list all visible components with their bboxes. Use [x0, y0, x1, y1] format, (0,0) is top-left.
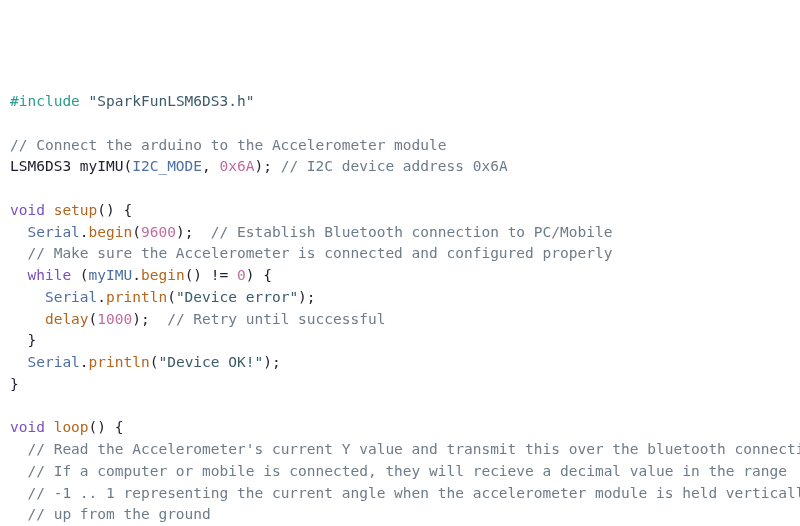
keyword: while [27, 267, 71, 283]
code-line: // Connect the arduino to the Accelerome… [10, 135, 790, 157]
number-literal: 0 [237, 267, 246, 283]
comment: // Connect the arduino to the Accelerome… [10, 137, 447, 153]
code-line: Serial.begin(9600); // Establish Bluetoo… [10, 222, 790, 244]
blank-line [10, 178, 790, 200]
function-name: begin [141, 267, 185, 283]
function-name: loop [54, 419, 89, 435]
string-literal: "Device error" [176, 289, 298, 305]
code-line: Serial.println("Device error"); [10, 287, 790, 309]
comment: // Read the Accelerometer's current Y va… [27, 441, 800, 457]
code-line: // If a computer or mobile is connected,… [10, 461, 790, 483]
code-line: delay(1000); // Retry until successful [10, 309, 790, 331]
code-line: void loop() { [10, 417, 790, 439]
identifier: I2C_MODE [132, 158, 202, 174]
identifier: myIMU [89, 267, 133, 283]
code-line: } [10, 330, 790, 352]
function-name: println [106, 289, 167, 305]
code-line: LSM6DS3 myIMU(I2C_MODE, 0x6A); // I2C de… [10, 156, 790, 178]
blank-line [10, 113, 790, 135]
comment: // Retry until successful [167, 311, 385, 327]
comment: // Make sure the Accelerometer is connec… [27, 245, 612, 261]
function-name: println [89, 354, 150, 370]
comment: // -1 .. 1 representing the current angl… [27, 485, 800, 501]
code-block: #include "SparkFunLSM6DS3.h" // Connect … [10, 91, 790, 526]
string-literal: "Device OK!" [158, 354, 263, 370]
identifier: Serial [27, 224, 79, 240]
function-name: delay [45, 311, 89, 327]
code-line: // up from the ground [10, 504, 790, 526]
code-line: // Make sure the Accelerometer is connec… [10, 243, 790, 265]
code-line: Serial.println("Device OK!"); [10, 352, 790, 374]
blank-line [10, 396, 790, 418]
function-name: setup [54, 202, 98, 218]
identifier: Serial [45, 289, 97, 305]
keyword: void [10, 202, 45, 218]
comment: // Establish Bluetooth connection to PC/… [211, 224, 613, 240]
code-line: void setup() { [10, 200, 790, 222]
code-line: #include "SparkFunLSM6DS3.h" [10, 91, 790, 113]
comment: // up from the ground [27, 506, 210, 522]
code-line: } [10, 374, 790, 396]
number-literal: 0x6A [220, 158, 255, 174]
type-name: LSM6DS3 [10, 158, 71, 174]
comment: // If a computer or mobile is connected,… [27, 463, 787, 479]
number-literal: 1000 [97, 311, 132, 327]
include-header: "SparkFunLSM6DS3.h" [89, 93, 255, 109]
number-literal: 9600 [141, 224, 176, 240]
keyword: void [10, 419, 45, 435]
code-line: while (myIMU.begin() != 0) { [10, 265, 790, 287]
code-line: // -1 .. 1 representing the current angl… [10, 483, 790, 505]
function-name: begin [89, 224, 133, 240]
code-line: // Read the Accelerometer's current Y va… [10, 439, 790, 461]
identifier: Serial [27, 354, 79, 370]
comment: // I2C device address 0x6A [281, 158, 508, 174]
preprocessor-directive: #include [10, 93, 80, 109]
